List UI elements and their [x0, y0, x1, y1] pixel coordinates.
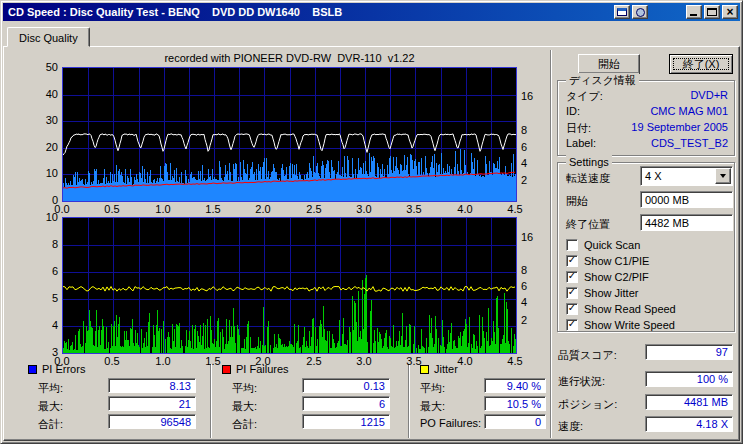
minimize-icon [690, 14, 697, 16]
x-axis-tick: 3.5 [404, 356, 424, 367]
start-position-value: 0000 MB [645, 194, 689, 206]
dropdown-button[interactable] [715, 168, 731, 184]
x-axis-tick: 1.0 [153, 204, 173, 215]
checkbox-label: Quick Scan [584, 239, 640, 251]
content-area: recorded with PIONEER DVD-RW DVR-110 v1.… [0, 0, 743, 444]
disc-info-value-label: CDS_TEST_B2 [651, 137, 728, 149]
disc-info-label-type: タイプ: [566, 89, 603, 104]
start-position-label: 開始 [566, 194, 588, 209]
x-axis-tick: 3.0 [354, 204, 374, 215]
checkbox-show-read-speed[interactable]: ✓Show Read Speed [566, 302, 676, 315]
checkbox-show-c1-pie[interactable]: ✓Show C1/PIE [566, 254, 649, 267]
window-title: CD Speed : Disc Quality Test - BENQ DVD … [8, 6, 612, 18]
pi-failures-maximum-value: 6 [302, 396, 390, 411]
end-position-input[interactable]: 4482 MB [640, 214, 733, 231]
separator-stats-1 [210, 364, 212, 438]
y-axis-tick: 30 [32, 115, 58, 126]
x-axis-tick: 4.5 [505, 356, 525, 367]
y-axis-tick-right: 4 [521, 297, 527, 308]
disc-info-value-id: CMC MAG M01 [650, 105, 728, 117]
quality-score-value: 97 [645, 344, 733, 360]
y-axis-tick-right: 16 [521, 91, 533, 102]
series-jitter [63, 287, 515, 292]
disc-info-value-type: DVD+R [690, 89, 728, 101]
recorded-with-text: recorded with PIONEER DVD-RW DVR-110 v1.… [62, 52, 517, 64]
x-axis-tick: 0.5 [102, 204, 122, 215]
check-icon: ✓ [568, 271, 576, 281]
pi-failures-average-value: 0.13 [302, 378, 390, 393]
pi-errors-swatch [28, 365, 37, 374]
checkbox-box: ✓ [566, 303, 578, 315]
speed-select[interactable]: 4 X [640, 166, 733, 186]
start-position-input[interactable]: 0000 MB [640, 191, 733, 208]
y-axis-tick-right: 2 [521, 175, 527, 186]
checkbox-show-c2-pif[interactable]: ✓Show C2/PIF [566, 270, 649, 283]
start-button[interactable]: 開始 [578, 54, 640, 74]
capture-button[interactable] [614, 5, 630, 19]
exit-button[interactable]: 終了(X) [669, 54, 733, 74]
y-axis-tick: 8 [32, 239, 58, 250]
end-position-label: 終了位置 [566, 217, 610, 232]
pi-errors-chart [62, 67, 517, 202]
progress-label: 進行状況: [558, 374, 605, 389]
pi-errors-chart-svg [63, 68, 516, 201]
x-axis-tick: 2.5 [304, 356, 324, 367]
y-axis-tick: 5 [32, 293, 58, 304]
checkbox-box [566, 239, 578, 251]
checkbox-box: ✓ [566, 255, 578, 267]
y-axis-tick-right: 6 [521, 142, 527, 153]
speed-select-value: 4 X [641, 167, 714, 185]
x-axis-tick: 4.0 [455, 204, 475, 215]
checkbox-show-write-speed[interactable]: ✓Show Write Speed [566, 318, 675, 331]
maximize-button[interactable] [704, 5, 720, 19]
checkbox-label: Show Jitter [584, 287, 638, 299]
disc-info-group: ディスク情報 タイプ:DVD+RID:CMC MAG M01日付:19 Sept… [557, 80, 735, 156]
y-axis-tick-right: 8 [521, 125, 527, 136]
jitter-average-label: 平均: [420, 381, 445, 396]
position-value: 4481 MB [645, 394, 733, 410]
pi-errors-maximum-value: 21 [108, 396, 196, 411]
series-pi-failures [64, 275, 516, 353]
checkbox-show-jitter[interactable]: ✓Show Jitter [566, 286, 638, 299]
y-axis-tick-right: 2 [521, 315, 527, 326]
disc-info-value-date: 19 September 2005 [631, 121, 728, 133]
checkbox-label: Show C1/PIE [584, 255, 649, 267]
jitter-po-failures-label: PO Failures: [420, 417, 481, 429]
settings-group-title: Settings [566, 155, 612, 169]
jitter-maximum-label: 最大: [420, 399, 445, 414]
close-button[interactable] [722, 5, 738, 19]
title-bar[interactable]: CD Speed : Disc Quality Test - BENQ DVD … [3, 3, 740, 21]
exit-button-label: 終了(X) [683, 57, 720, 72]
disc-info-rows: タイプ:DVD+RID:CMC MAG M01日付:19 September 2… [558, 81, 734, 155]
pi-failures-chart [62, 217, 517, 354]
end-position-value: 4482 MB [645, 217, 689, 229]
checkbox-label: Show C2/PIF [584, 271, 649, 283]
pi-errors-average-label: 平均: [38, 381, 63, 396]
y-axis-tick: 10 [32, 168, 58, 179]
pi-failures-total-label: 合計: [232, 417, 257, 432]
disc-button[interactable] [632, 5, 648, 19]
maximize-icon [707, 8, 717, 16]
checkbox-box: ✓ [566, 287, 578, 299]
check-icon: ✓ [568, 319, 576, 329]
start-button-label: 開始 [598, 57, 620, 72]
x-axis-tick: 2.0 [253, 204, 273, 215]
pi-failures-chart-svg [63, 218, 516, 353]
pi-errors-maximum-label: 最大: [38, 399, 63, 414]
minimize-button[interactable] [686, 5, 702, 19]
progress-value: 100 % [645, 371, 733, 387]
close-icon [723, 6, 737, 18]
jitter-po-failures-value: 0 [484, 414, 546, 429]
y-axis-tick: 20 [32, 142, 58, 153]
check-icon: ✓ [568, 287, 576, 297]
separator-stats-2 [408, 364, 410, 438]
pi-failures-average-label: 平均: [232, 381, 257, 396]
tab-disc-quality[interactable]: Disc Quality [7, 27, 90, 47]
jitter-maximum-value: 10.5 % [484, 396, 546, 411]
y-axis-tick-right: 16 [521, 232, 533, 243]
checkbox-quick-scan[interactable]: Quick Scan [566, 238, 640, 251]
disc-info-label-id: ID: [566, 105, 580, 117]
x-axis-tick: 1.5 [203, 356, 223, 367]
y-axis-tick: 50 [32, 62, 58, 73]
transfer-speed-label: 転送速度 [566, 171, 610, 186]
